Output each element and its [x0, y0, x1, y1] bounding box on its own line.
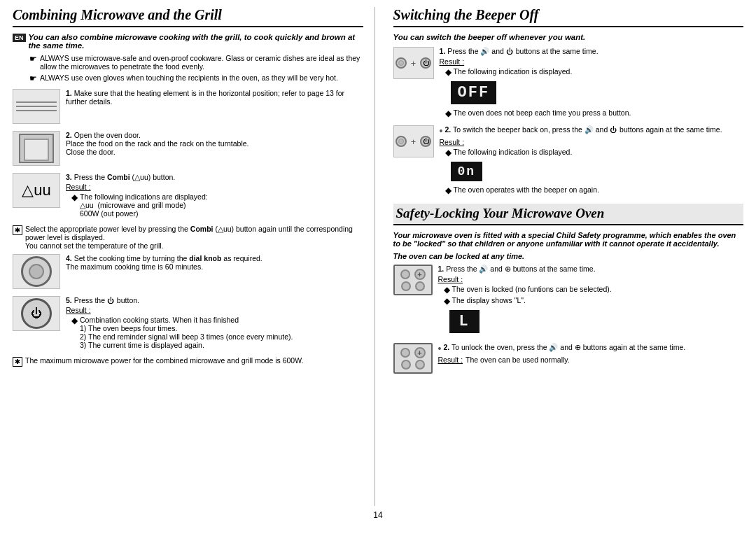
footer-note-text: The maximum microwave power for the comb…	[25, 356, 303, 365]
left-intro-text: You can also combine microwave cooking w…	[29, 33, 363, 50]
beeper-circ-3	[396, 136, 407, 147]
safety-intro-text: Your microwave oven is fitted with a spe…	[393, 231, 736, 248]
dial-outer	[21, 256, 52, 287]
safety-step-1-content: 1. Press the 🔊 and ⊕ buttons at the same…	[438, 265, 744, 336]
step-1-row: 1. Make sure that the heating element is…	[13, 89, 363, 124]
safety-note-1b: ◆ The display shows "L".	[444, 296, 744, 306]
step-4-content: 4. Set the cooking time by turning the d…	[66, 254, 363, 271]
lock-circ-5	[401, 360, 411, 370]
beeper-note-2: The oven operates with the beeper on aga…	[454, 185, 599, 194]
diamond-5: ◆	[71, 316, 78, 325]
safety-intro: Your microwave oven is fitted with a spe…	[393, 231, 744, 248]
left-title: Combining Microwave and the Grill	[13, 7, 363, 27]
diamond-b1b: ◆	[445, 108, 451, 118]
step-5-result-label: Result :	[66, 306, 91, 314]
rack-line-3	[16, 110, 57, 111]
step-2-content: 2. Open the oven door. Place the food on…	[66, 131, 363, 156]
lock-circ-6	[415, 360, 425, 370]
locked-text: The oven can be locked at any time.	[393, 252, 744, 260]
step-1-image	[13, 89, 60, 124]
safety-note-text-1a: The oven is locked (no funtions can be s…	[452, 285, 612, 293]
page: Combining Microwave and the Grill EN You…	[0, 0, 756, 534]
bullet-item-1: ☛ ALWAYS use microwave-safe and oven-pro…	[29, 54, 363, 71]
step-2-image	[13, 131, 60, 166]
safety-result-1-label: Result :	[438, 275, 463, 283]
lock-circ-1	[400, 269, 410, 279]
beeper-step-1-num: 1.	[440, 47, 446, 55]
note-icon: ✱	[13, 225, 22, 235]
footer-note-icon: ✱	[13, 357, 22, 367]
beeper-row-2: + ⏻	[396, 136, 432, 147]
bullet-arrow-1: ☛	[29, 54, 37, 64]
step-3-row: △uu 3. Press the Combi (△uu) button. Res…	[13, 173, 363, 218]
start-symbol: ⏻	[31, 307, 42, 320]
safety-step-1-image: +	[393, 265, 433, 295]
step-2-num: 2.	[66, 131, 72, 139]
bullet-arrow-2: ☛	[29, 73, 37, 83]
step-1-num: 1.	[66, 89, 72, 97]
diamond-b2a: ◆	[445, 148, 451, 157]
step-3-image: △uu	[13, 173, 60, 208]
beeper-result-1-text: The following indication is displayed.	[454, 67, 573, 76]
beeper-result-2-sub-1: ◆ The following indication is displayed.	[445, 148, 744, 157]
off-display: OFF	[451, 81, 497, 104]
right-column: Switching the Beeper Off You can switch …	[388, 7, 744, 506]
safety-section: Safety-Locking Your Microwave Oven Your …	[393, 204, 744, 374]
safety-step-2-row: + • 2. To unlock the oven, press the 🔊 a…	[393, 343, 744, 374]
beeper-result-2-label: Result :	[440, 138, 465, 146]
safety-note-text-1b: The display shows "L".	[452, 296, 526, 304]
step-2-text-line3: Close the door.	[66, 148, 363, 156]
add-circle-2: +	[414, 347, 426, 358]
step-3-result-sub: ◆ The following indications are displaye…	[71, 192, 363, 218]
lock-circ-4	[400, 348, 410, 358]
L-display: L	[449, 310, 479, 333]
safety-result-2-label: Result :	[438, 356, 463, 364]
beeper-step-2-row: + ⏻ • 2. To switch the beeper back on, p…	[393, 125, 744, 195]
step-3-result-text: The following indications are displayed:…	[80, 192, 208, 218]
dial-inner	[29, 264, 44, 279]
beeper-note-1: The oven does not beep each time you pre…	[454, 108, 631, 117]
step-2-text-line1: Open the oven door.	[74, 131, 141, 139]
beeper-result-1-label: Result :	[440, 57, 465, 66]
step-3-combi-label: Combi	[107, 173, 130, 181]
left-column: Combining Microwave and the Grill EN You…	[13, 7, 375, 506]
lock-circle-row-3: +	[400, 347, 426, 358]
lock-circle-row-4	[401, 360, 425, 370]
beeper-step-1-content: 1. Press the 🔊 and ⏻ buttons at the same…	[440, 47, 744, 118]
beeper-step-1-row: + ⏻ 1. Press the 🔊 and ⏻ buttons at the …	[393, 47, 744, 118]
diamond-s1b: ◆	[444, 296, 450, 306]
on-display: 0n	[451, 162, 483, 181]
step-2-text-line2: Place the food on the rack and the rack …	[66, 139, 363, 148]
bullet-text-2: ALWAYS use oven gloves when touching the…	[40, 73, 338, 82]
step-5-result: Combination cooking starts. When it has …	[80, 316, 293, 349]
safety-step-2-content: • 2. To unlock the oven, press the 🔊 and…	[438, 343, 744, 364]
en-badge: EN	[13, 34, 26, 42]
bullet-item-2: ☛ ALWAYS use oven gloves when touching t…	[29, 73, 363, 83]
beeper-intro: You can switch the beeper off whenever y…	[393, 33, 744, 41]
step-4-row: 4. Set the cooking time by turning the d…	[13, 254, 363, 289]
safety-step-2-image: +	[393, 343, 433, 374]
step-4-image	[13, 254, 60, 289]
beeper-row-1: + ⏻	[396, 57, 432, 69]
bullet-dot-s2: •	[438, 343, 442, 354]
step-2-row: 2. Open the oven door. Place the food on…	[13, 131, 363, 166]
step-3-content: 3. Press the Combi (△uu) button. Result …	[66, 173, 363, 218]
start-outer: ⏻	[21, 298, 52, 329]
left-intro: EN You can also combine microwave cookin…	[13, 33, 363, 50]
step-5-content: 5. Press the ⏻ button. Result : ◆ Combin…	[66, 296, 363, 349]
step-1-content: 1. Make sure that the heating element is…	[66, 89, 363, 106]
beeper-step-2-num: 2.	[444, 125, 451, 134]
beeper-small-circ-2	[398, 139, 404, 144]
diamond-s1a: ◆	[444, 285, 450, 295]
safety-step-1-num: 1.	[438, 265, 444, 273]
lock-circle-row-1: +	[400, 269, 426, 280]
lock-circle-row-2	[401, 281, 425, 291]
step-4-num: 4.	[66, 254, 72, 262]
power-symbol-1: ⏻	[423, 59, 429, 66]
safety-step-2-num: 2.	[443, 343, 449, 351]
beeper-step-2-content: • 2. To switch the beeper back on, press…	[440, 125, 744, 195]
beeper-result-1-sub-2: ◆ The oven does not beep each time you p…	[445, 108, 744, 118]
step-5-num: 5.	[66, 296, 72, 304]
footer-note-row: ✱ The maximum microwave power for the co…	[13, 356, 363, 367]
inner-cavity	[24, 139, 49, 161]
